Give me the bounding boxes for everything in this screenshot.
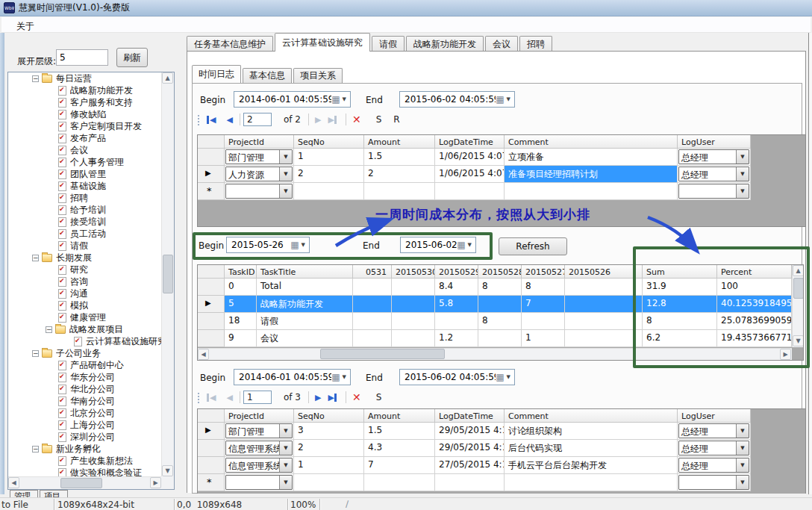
tree-item[interactable]: −新业务孵化: [8, 443, 161, 455]
grid-cell[interactable]: 4.3: [364, 440, 435, 457]
project-cell[interactable]: ▼: [225, 474, 294, 491]
toolstrip-grip-icon[interactable]: [197, 392, 200, 403]
loguser-cell[interactable]: 总经理▼: [678, 149, 751, 166]
loguser-cell[interactable]: 总经理▼: [678, 440, 751, 457]
tree-vertical-scrollbar[interactable]: ▲ ▼: [161, 72, 174, 476]
dropdown-icon[interactable]: ▼: [736, 458, 749, 472]
refresh-week-button[interactable]: Refresh: [499, 237, 567, 255]
scroll-up-icon[interactable]: ▲: [162, 72, 173, 84]
row-header[interactable]: [198, 149, 225, 166]
new-row-header[interactable]: *: [198, 474, 225, 491]
grid-cell[interactable]: 请假: [257, 313, 353, 330]
grid-cell[interactable]: [435, 183, 505, 200]
move-next-icon[interactable]: ▶: [315, 394, 320, 402]
combo-box[interactable]: 信息管理系统▼: [225, 441, 293, 455]
grid-cell[interactable]: 8: [478, 279, 522, 296]
dropdown-icon[interactable]: ▼: [279, 184, 292, 198]
main-tab[interactable]: 会议: [485, 36, 518, 52]
move-last-icon[interactable]: ▶: [328, 116, 336, 124]
begin-datetime-picker-top[interactable]: 2014-06-01 04:05:59 ▦ ▼: [234, 91, 351, 108]
combo-box[interactable]: 信息管理系统▼: [225, 458, 293, 473]
column-header[interactable]: LogDateTime: [435, 135, 505, 149]
grid-cell[interactable]: 1.2: [435, 330, 478, 347]
column-header[interactable]: Comment: [505, 409, 678, 423]
tree-item[interactable]: 给予培训: [8, 204, 161, 216]
grid-cell[interactable]: 2: [294, 440, 364, 457]
grid-cell[interactable]: 8.4: [435, 279, 478, 296]
grid-cell[interactable]: [364, 474, 435, 491]
tree-item[interactable]: 模拟: [8, 299, 161, 311]
grid-cell[interactable]: [353, 313, 392, 330]
column-header[interactable]: 20150529: [435, 265, 478, 279]
tree-collapse-icon[interactable]: −: [32, 350, 39, 357]
column-header[interactable]: LogUser: [678, 135, 751, 149]
refresh-tree-button[interactable]: 刷新: [116, 48, 148, 67]
loguser-cell[interactable]: 总经理▼: [678, 166, 751, 183]
move-previous-icon[interactable]: ◀: [226, 116, 231, 124]
grid-cell[interactable]: 29/05/2015 4:11...: [435, 440, 505, 457]
toolstrip-grip-icon[interactable]: [197, 114, 200, 125]
column-header[interactable]: ProjectId: [225, 135, 294, 149]
comment-cell[interactable]: 手机云平台后台架构开发: [505, 457, 678, 474]
grid-cell[interactable]: 7: [364, 457, 435, 474]
move-first-icon[interactable]: ◀: [207, 116, 215, 124]
tree-item[interactable]: 会议: [8, 144, 161, 156]
worklog-grid-bottom[interactable]: ProjectIdSeqNoAmountLogDateTimeCommentLo…: [197, 408, 806, 494]
grid-cell[interactable]: [294, 474, 364, 491]
column-header[interactable]: TaskTitle: [257, 265, 353, 279]
column-header[interactable]: Amount: [364, 135, 435, 149]
row-header[interactable]: [198, 440, 225, 457]
expand-level-input[interactable]: [56, 49, 108, 66]
grid-cell[interactable]: 3: [294, 423, 364, 440]
grid-cell[interactable]: 1/06/2015 4:07 ...: [435, 149, 505, 166]
column-header[interactable]: SeqNo: [294, 409, 364, 423]
tree-item[interactable]: −子公司业务: [8, 347, 161, 359]
tree-item[interactable]: 基础设施: [8, 180, 161, 192]
combo-box[interactable]: ▼: [225, 184, 293, 199]
tree-item[interactable]: 华北分公司: [8, 383, 161, 395]
project-cell[interactable]: 部门管理▼: [225, 423, 294, 440]
tree-item[interactable]: 发布产品: [8, 132, 161, 144]
tree-item[interactable]: 产品研创中心: [8, 359, 161, 371]
end-datetime-picker-bottom[interactable]: 2015-06-02 04:05:59 ▦ ▼: [399, 369, 515, 385]
column-header[interactable]: Comment: [505, 135, 678, 149]
grid-cell[interactable]: [364, 183, 435, 200]
row-header[interactable]: [198, 279, 225, 296]
grid-cell[interactable]: 2: [364, 166, 435, 183]
tree-item[interactable]: 产生收集新想法: [8, 455, 161, 467]
project-cell[interactable]: 部门管理▼: [225, 149, 294, 166]
tree-item[interactable]: −每日运营: [8, 72, 161, 84]
delete-icon[interactable]: ✕: [352, 392, 361, 402]
combo-box[interactable]: ▼: [678, 184, 749, 199]
column-header[interactable]: LogDateTime: [435, 409, 505, 423]
grid-cell[interactable]: Total: [257, 279, 353, 296]
dropdown-icon[interactable]: ▼: [736, 441, 749, 455]
tree-collapse-icon[interactable]: −: [46, 326, 52, 333]
scroll-down-icon[interactable]: ▼: [162, 465, 173, 476]
end-datetime-picker-top[interactable]: 2015-06-02 04:05:59 ▦ ▼: [399, 91, 515, 108]
comment-cell[interactable]: 后台代码实现: [505, 440, 678, 457]
begin-datetime-picker-bottom[interactable]: 2014-06-01 04:05:59 ▦ ▼: [234, 369, 351, 385]
grid-cell[interactable]: 8: [478, 313, 522, 330]
dropdown-icon[interactable]: ▼: [279, 167, 292, 181]
scrollbar-thumb[interactable]: [163, 255, 173, 293]
tree-item[interactable]: 员工活动: [8, 228, 161, 240]
grid-cell[interactable]: [353, 296, 392, 313]
scrollbar-thumb[interactable]: [320, 349, 445, 359]
tree-item[interactable]: 咨询: [8, 276, 161, 287]
grid-cell[interactable]: 1.5: [364, 423, 435, 440]
project-cell[interactable]: 信息管理系统▼: [225, 457, 294, 474]
row-header[interactable]: [198, 135, 225, 149]
grid-cell[interactable]: [565, 296, 643, 313]
tree-item[interactable]: 客户定制项目开发: [8, 120, 161, 132]
tree-item[interactable]: 做实验和概念验证: [8, 467, 161, 476]
row-header[interactable]: ▶: [198, 423, 225, 440]
row-header[interactable]: ▶: [198, 166, 225, 183]
title-bar[interactable]: WbW 慧翼时间管理(V1.0)-免费版: [0, 0, 812, 16]
grid-cell[interactable]: [435, 474, 505, 491]
save-button[interactable]: S: [376, 114, 382, 125]
grid-cell[interactable]: [565, 330, 643, 347]
column-header[interactable]: 0531: [353, 265, 392, 279]
grid-cell[interactable]: 18: [225, 313, 257, 330]
tree-item[interactable]: 沟通: [8, 287, 161, 299]
